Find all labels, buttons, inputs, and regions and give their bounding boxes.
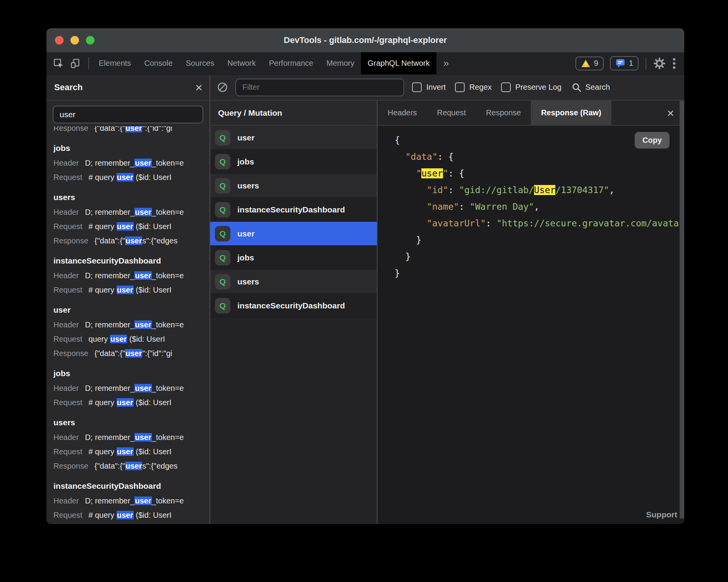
query-row-instancesecuritydashboard[interactable]: QinstanceSecurityDashboard: [210, 198, 377, 222]
detail-panel: HeadersRequestResponseResponse (Raw)× { …: [378, 101, 684, 524]
warning-count: 9: [594, 59, 598, 68]
search-results-list[interactable]: Response{"data":{"user":{"id":"gijobsHea…: [46, 126, 209, 524]
query-row-label: users: [237, 277, 259, 286]
settings-gear-icon[interactable]: [653, 57, 666, 70]
result-line-label: Request: [53, 335, 82, 343]
tab-memory[interactable]: Memory: [320, 52, 361, 74]
query-rows: QuserQjobsQusersQinstanceSecurityDashboa…: [210, 126, 377, 524]
result-line-label: Request: [53, 447, 82, 456]
search-match-highlight: user: [134, 433, 151, 442]
search-match-highlight: user: [117, 286, 134, 294]
search-result-group-title: user: [53, 302, 209, 318]
issues-badge[interactable]: 1: [610, 56, 639, 70]
close-search-panel-icon[interactable]: ×: [195, 81, 203, 94]
search-result-line[interactable]: Request# query user ($id: UserI: [53, 283, 209, 297]
query-list-header: Query / Mutation: [210, 101, 377, 126]
network-search-button[interactable]: Search: [572, 82, 610, 92]
search-result-group-title: jobs: [53, 366, 209, 381]
tab-network[interactable]: Network: [221, 52, 262, 74]
search-result-line[interactable]: Response{"data":{"users":{"edges: [53, 234, 209, 248]
more-options-icon[interactable]: [672, 57, 676, 70]
query-row-users[interactable]: Qusers: [210, 270, 377, 294]
checkbox-box-regex[interactable]: [455, 82, 465, 92]
query-row-users[interactable]: Qusers: [210, 174, 377, 198]
checkbox-box-preserve-log[interactable]: [501, 82, 511, 92]
search-result-line[interactable]: Request# query user ($id: UserI: [53, 219, 209, 234]
result-line-label: Request: [53, 286, 82, 294]
minimize-window-button[interactable]: [70, 36, 79, 45]
query-row-label: user: [237, 229, 254, 238]
tab-elements[interactable]: Elements: [92, 52, 137, 74]
query-row-jobs[interactable]: Qjobs: [210, 246, 377, 270]
tab-sources[interactable]: Sources: [179, 52, 221, 74]
search-match-highlight: user: [117, 173, 134, 181]
tabbar-separator: [88, 57, 89, 70]
result-line-label: Header: [53, 159, 79, 167]
detail-tab-headers[interactable]: Headers: [378, 101, 427, 125]
inspect-element-icon[interactable]: [53, 58, 64, 69]
search-result-group-title: users: [53, 190, 209, 205]
tab-graphql-network[interactable]: GraphQL Network: [361, 52, 436, 74]
query-row-jobs[interactable]: Qjobs: [210, 150, 377, 174]
copy-button[interactable]: Copy: [635, 132, 670, 149]
search-icon: [572, 82, 582, 92]
query-row-label: users: [237, 181, 259, 190]
search-result-line[interactable]: HeaderD; remember_user_token=e: [53, 381, 209, 395]
more-tabs-chevron-icon[interactable]: »: [436, 52, 456, 74]
checkbox-box-invert[interactable]: [412, 82, 422, 92]
search-result-line[interactable]: HeaderD; remember_user_token=e: [53, 318, 209, 332]
checkbox-regex[interactable]: Regex: [455, 82, 492, 92]
search-result-line[interactable]: Requestquery user ($id: UserI: [53, 332, 209, 346]
search-result-group-title: users: [53, 415, 209, 430]
tab-performance[interactable]: Performance: [263, 52, 320, 74]
query-row-instancesecuritydashboard[interactable]: QinstanceSecurityDashboard: [210, 294, 377, 318]
search-result-line[interactable]: Response{"data":{"user":{"id":"gi: [53, 126, 209, 135]
warnings-badge[interactable]: 9: [575, 56, 604, 70]
json-code-line: "avatarUrl": "https://secure.gravatar.co…: [395, 215, 684, 232]
vertical-scrollbar[interactable]: [680, 101, 684, 519]
search-result-line[interactable]: HeaderD; remember_user_token=e: [53, 269, 209, 283]
query-type-badge: Q: [215, 250, 230, 265]
query-type-badge: Q: [215, 178, 230, 193]
search-result-line[interactable]: HeaderD; remember_user_token=e: [53, 430, 209, 445]
search-result-line[interactable]: HeaderD; remember_user_token=e: [53, 205, 209, 219]
search-input[interactable]: [53, 106, 203, 123]
tab-console[interactable]: Console: [137, 52, 179, 74]
search-match-highlight: user: [117, 398, 134, 407]
json-code-line: "name": "Warren Day",: [395, 199, 684, 215]
zoom-window-button[interactable]: [86, 36, 94, 45]
result-line-label: Request: [53, 398, 82, 407]
search-result-line[interactable]: Request# query user ($id: UserI: [53, 445, 209, 459]
issues-count: 1: [629, 59, 633, 68]
detail-tab-request[interactable]: Request: [427, 101, 476, 125]
support-link[interactable]: Support: [646, 510, 677, 519]
search-result-line[interactable]: Response{"data":{"users":{"edges: [53, 459, 209, 473]
result-line-label: Response: [53, 236, 88, 245]
result-line-label: Header: [53, 384, 79, 392]
query-row-user[interactable]: Quser: [210, 126, 377, 150]
filter-input[interactable]: [235, 79, 404, 96]
search-result-line[interactable]: Response{"data":{"user":{"id":"gi: [53, 346, 209, 361]
query-row-label: jobs: [237, 253, 254, 262]
checkbox-invert[interactable]: Invert: [412, 82, 446, 92]
search-result-line[interactable]: HeaderD; remember_user_token=e: [53, 494, 209, 508]
search-panel-title: Search: [54, 82, 82, 92]
query-row-label: instanceSecurityDashboard: [237, 301, 345, 310]
search-result-line[interactable]: Request# query user ($id: UserI: [53, 508, 209, 522]
checkbox-preserve-log[interactable]: Preserve Log: [501, 82, 561, 92]
query-row-user[interactable]: Quser: [210, 222, 377, 246]
search-match-highlight: user: [117, 222, 134, 231]
clear-block-icon[interactable]: [217, 82, 228, 92]
device-toolbar-icon[interactable]: [70, 58, 81, 69]
search-result-line[interactable]: HeaderD; remember_user_token=e: [53, 156, 209, 170]
detail-tab-response[interactable]: Response: [476, 101, 531, 125]
warning-icon: [581, 59, 591, 68]
close-detail-icon[interactable]: ×: [667, 107, 674, 119]
close-window-button[interactable]: [55, 36, 64, 45]
json-code-line: }: [395, 265, 684, 282]
detail-tab-response-raw[interactable]: Response (Raw): [531, 101, 611, 125]
query-row-label: jobs: [237, 157, 254, 166]
search-match-highlight: user: [134, 271, 151, 280]
search-result-line[interactable]: Request# query user ($id: UserI: [53, 395, 209, 410]
search-result-line[interactable]: Request# query user ($id: UserI: [53, 170, 209, 185]
